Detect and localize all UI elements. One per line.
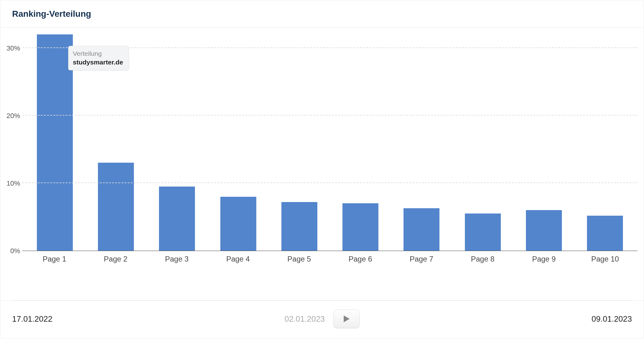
bar-slot [452, 35, 513, 251]
bar[interactable] [98, 163, 134, 251]
bar-slot [208, 35, 269, 251]
bar[interactable] [465, 214, 501, 251]
y-tick-label: 30% [7, 44, 20, 52]
chart-tooltip: Verteilung studysmarter.de [68, 46, 129, 70]
x-tick-label: Page 9 [513, 255, 574, 263]
timeline-end-date: 09.01.2023 [592, 314, 632, 324]
bar-slot [575, 35, 636, 251]
svg-marker-0 [344, 315, 350, 322]
x-tick-label: Page 7 [391, 255, 452, 263]
bar-slot [147, 35, 208, 251]
x-tick-label: Page 4 [207, 255, 268, 263]
x-tick-label: Page 8 [452, 255, 513, 263]
x-axis-labels: Page 1Page 2Page 3Page 4Page 5Page 6Page… [22, 251, 637, 263]
bar[interactable] [220, 197, 256, 251]
bar-slot [513, 35, 574, 251]
x-tick-label: Page 5 [269, 255, 330, 263]
gridline [22, 115, 637, 116]
x-tick-label: Page 10 [575, 255, 636, 263]
timeline-footer: 17.01.2022 02.01.2023 09.01.2023 [0, 301, 644, 339]
x-tick-label: Page 2 [85, 255, 146, 263]
bar[interactable] [281, 202, 317, 251]
bar[interactable] [526, 210, 562, 251]
x-tick-label: Page 1 [24, 255, 85, 263]
timeline-center: 02.01.2023 [285, 310, 359, 328]
y-tick-label: 0% [10, 247, 20, 255]
x-tick-label: Page 6 [330, 255, 391, 263]
bar[interactable] [159, 187, 195, 251]
bar[interactable] [587, 216, 623, 251]
bar-chart: Verteilung studysmarter.de [22, 35, 637, 251]
bar-slot [269, 35, 330, 251]
card-header: Ranking-Verteilung [0, 0, 644, 28]
x-tick-label: Page 3 [146, 255, 207, 263]
bar[interactable] [37, 34, 73, 251]
y-tick-label: 10% [7, 179, 20, 187]
timeline-current-date: 02.01.2023 [285, 314, 325, 324]
y-tick-label: 20% [7, 112, 20, 120]
bar-slot [330, 35, 391, 251]
tooltip-label: Verteilung [73, 49, 123, 58]
play-button[interactable] [333, 310, 359, 328]
timeline-start-date: 17.01.2022 [12, 314, 52, 324]
play-icon [343, 315, 350, 323]
card-title: Ranking-Verteilung [12, 9, 632, 19]
plot-wrap: Verteilung studysmarter.de Page 1Page 2P… [22, 35, 637, 285]
bar[interactable] [404, 208, 439, 251]
bar[interactable] [342, 203, 378, 251]
y-axis: 0%10%20%30% [7, 35, 22, 285]
chart-area: 0%10%20%30% Verteilung studysmarter.de P… [0, 28, 644, 285]
tooltip-value: studysmarter.de [73, 58, 123, 67]
ranking-distribution-card: Ranking-Verteilung 0%10%20%30% Verteilun… [0, 0, 644, 339]
bar-slot [391, 35, 452, 251]
gridline [22, 183, 637, 183]
